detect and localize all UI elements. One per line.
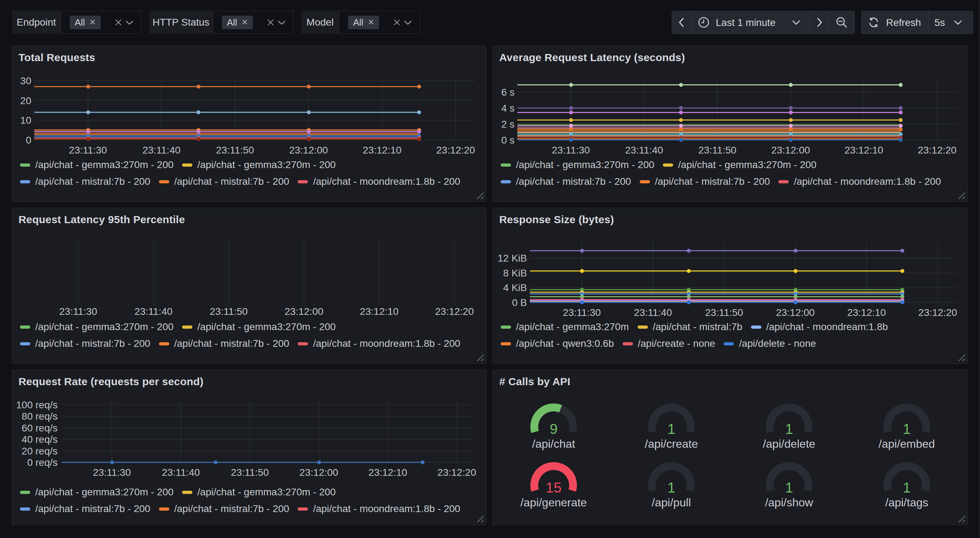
- svg-text:80 req/s: 80 req/s: [22, 411, 57, 422]
- svg-text:23:11:30: 23:11:30: [93, 467, 131, 478]
- svg-text:23:12:10: 23:12:10: [845, 144, 883, 156]
- svg-text:60 req/s: 60 req/s: [22, 422, 57, 433]
- svg-text:2 s: 2 s: [501, 119, 514, 130]
- svg-text:23:11:40: 23:11:40: [134, 306, 172, 317]
- svg-text:23:12:00: 23:12:00: [776, 307, 815, 318]
- svg-text:20: 20: [20, 95, 31, 106]
- svg-text:0: 0: [25, 135, 31, 146]
- svg-text:23:12:00: 23:12:00: [285, 306, 323, 317]
- svg-text:23:11:40: 23:11:40: [634, 307, 672, 318]
- svg-text:23:12:20: 23:12:20: [438, 467, 476, 478]
- svg-text:23:11:30: 23:11:30: [563, 307, 601, 318]
- svg-text:23:11:40: 23:11:40: [143, 144, 181, 156]
- svg-text:0 s: 0 s: [501, 135, 514, 146]
- svg-text:23:12:20: 23:12:20: [918, 144, 956, 156]
- svg-text:23:12:00: 23:12:00: [289, 144, 328, 156]
- svg-text:4 s: 4 s: [501, 103, 514, 114]
- svg-text:23:11:50: 23:11:50: [705, 307, 743, 318]
- svg-text:23:11:40: 23:11:40: [625, 144, 663, 156]
- svg-text:23:12:10: 23:12:10: [363, 144, 401, 156]
- svg-text:23:12:10: 23:12:10: [360, 306, 399, 317]
- svg-text:23:11:50: 23:11:50: [698, 144, 737, 156]
- svg-text:12 KiB: 12 KiB: [498, 253, 527, 263]
- svg-text:6 s: 6 s: [501, 87, 514, 98]
- svg-text:23:11:30: 23:11:30: [59, 306, 97, 317]
- svg-text:23:12:20: 23:12:20: [436, 144, 475, 156]
- svg-text:0 B: 0 B: [512, 297, 527, 308]
- svg-text:23:12:20: 23:12:20: [435, 306, 474, 317]
- svg-text:23:12:10: 23:12:10: [368, 467, 407, 478]
- svg-text:23:12:00: 23:12:00: [771, 144, 810, 156]
- svg-text:23:11:40: 23:11:40: [162, 467, 200, 478]
- svg-text:0 req/s: 0 req/s: [27, 457, 57, 468]
- svg-text:23:11:50: 23:11:50: [216, 144, 254, 156]
- svg-text:100 req/s: 100 req/s: [16, 400, 57, 410]
- svg-text:23:11:30: 23:11:30: [69, 144, 107, 156]
- svg-text:23:11:50: 23:11:50: [210, 306, 248, 317]
- svg-text:23:11:30: 23:11:30: [552, 144, 590, 156]
- svg-text:10: 10: [20, 115, 31, 126]
- svg-text:20 req/s: 20 req/s: [22, 446, 57, 457]
- svg-text:23:12:00: 23:12:00: [299, 467, 338, 478]
- svg-text:40 req/s: 40 req/s: [22, 434, 57, 445]
- svg-text:23:11:50: 23:11:50: [231, 467, 269, 478]
- svg-text:23:12:20: 23:12:20: [918, 307, 957, 318]
- svg-text:8 KiB: 8 KiB: [503, 268, 527, 279]
- svg-text:4 KiB: 4 KiB: [503, 282, 527, 293]
- svg-text:30: 30: [20, 75, 31, 86]
- svg-text:23:12:10: 23:12:10: [847, 307, 886, 318]
